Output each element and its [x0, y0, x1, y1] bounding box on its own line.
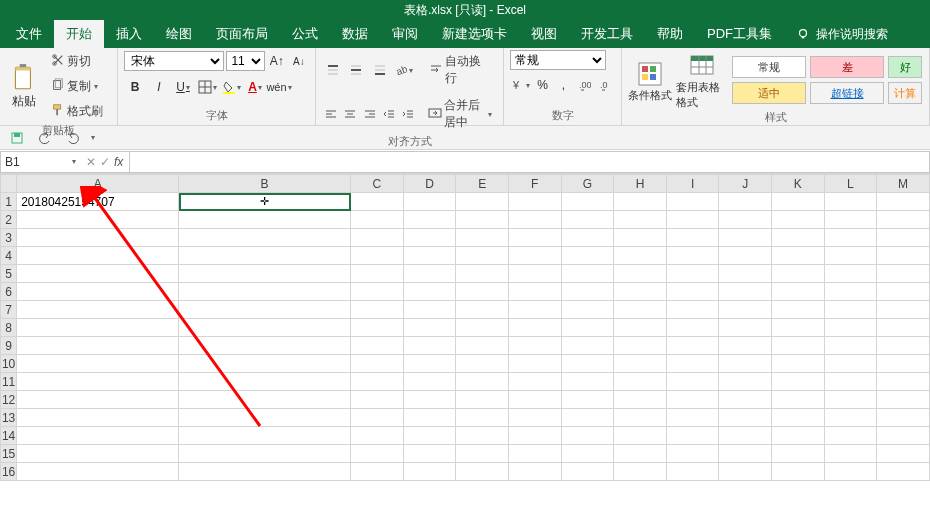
cell[interactable]: [719, 409, 772, 427]
cell[interactable]: [508, 445, 561, 463]
cell[interactable]: [508, 391, 561, 409]
cell[interactable]: [403, 445, 456, 463]
row-header[interactable]: 5: [1, 265, 17, 283]
cell[interactable]: [614, 391, 667, 409]
cell[interactable]: [772, 265, 825, 283]
cell[interactable]: [772, 337, 825, 355]
italic-button[interactable]: I: [148, 76, 170, 98]
cell[interactable]: [403, 247, 456, 265]
cell[interactable]: [824, 373, 877, 391]
cell[interactable]: [719, 427, 772, 445]
cell[interactable]: [561, 427, 614, 445]
style-good[interactable]: 好: [888, 56, 922, 78]
cell[interactable]: [561, 247, 614, 265]
tab-view[interactable]: 视图: [519, 20, 569, 48]
cell[interactable]: [561, 373, 614, 391]
cell[interactable]: [877, 445, 930, 463]
cell[interactable]: [877, 409, 930, 427]
cell[interactable]: [614, 229, 667, 247]
cell[interactable]: [877, 265, 930, 283]
cell[interactable]: ✛: [179, 193, 351, 211]
cell[interactable]: [179, 445, 351, 463]
cell[interactable]: [614, 427, 667, 445]
decrease-indent-icon[interactable]: [380, 103, 397, 125]
col-header[interactable]: L: [824, 175, 877, 193]
cell[interactable]: [508, 319, 561, 337]
cell[interactable]: [561, 337, 614, 355]
cell[interactable]: [17, 463, 179, 481]
cell[interactable]: [508, 301, 561, 319]
col-header[interactable]: I: [666, 175, 719, 193]
cell[interactable]: [179, 337, 351, 355]
cell[interactable]: [179, 301, 351, 319]
style-bad[interactable]: 差: [810, 56, 884, 78]
cell[interactable]: [179, 373, 351, 391]
font-color-button[interactable]: A▾: [244, 76, 266, 98]
cell[interactable]: [508, 211, 561, 229]
cell[interactable]: [508, 283, 561, 301]
row-header[interactable]: 13: [1, 409, 17, 427]
cell[interactable]: [456, 283, 509, 301]
cell[interactable]: [403, 391, 456, 409]
cell[interactable]: [772, 409, 825, 427]
wrap-text-button[interactable]: 自动换行: [424, 50, 497, 90]
enter-icon[interactable]: ✓: [100, 155, 110, 169]
cell[interactable]: [351, 337, 404, 355]
comma-icon[interactable]: ,: [554, 74, 573, 96]
paste-button[interactable]: 粘贴: [6, 63, 42, 110]
cell[interactable]: [666, 193, 719, 211]
cell[interactable]: [877, 373, 930, 391]
cell[interactable]: [824, 301, 877, 319]
qat-save-icon[interactable]: [6, 127, 28, 149]
percent-icon[interactable]: %: [533, 74, 552, 96]
cell[interactable]: [719, 319, 772, 337]
row-header[interactable]: 11: [1, 373, 17, 391]
style-calc[interactable]: 计算: [888, 82, 922, 104]
row-header[interactable]: 10: [1, 355, 17, 373]
cell[interactable]: [772, 427, 825, 445]
cell[interactable]: [719, 229, 772, 247]
font-size-select[interactable]: 11: [226, 51, 264, 71]
cell[interactable]: [403, 463, 456, 481]
col-header[interactable]: J: [719, 175, 772, 193]
cell[interactable]: [508, 265, 561, 283]
row-header[interactable]: 9: [1, 337, 17, 355]
cell[interactable]: [17, 337, 179, 355]
cell[interactable]: [179, 391, 351, 409]
cell[interactable]: [666, 247, 719, 265]
cell[interactable]: [17, 319, 179, 337]
cell[interactable]: [614, 265, 667, 283]
cell[interactable]: [877, 427, 930, 445]
cell[interactable]: [666, 373, 719, 391]
cell[interactable]: [456, 247, 509, 265]
cell[interactable]: [719, 283, 772, 301]
cell[interactable]: [403, 193, 456, 211]
cell[interactable]: [179, 229, 351, 247]
cell[interactable]: [877, 463, 930, 481]
cell[interactable]: [561, 211, 614, 229]
cell[interactable]: [824, 337, 877, 355]
cell[interactable]: [719, 301, 772, 319]
cell[interactable]: [561, 409, 614, 427]
cell[interactable]: [508, 193, 561, 211]
font-name-select[interactable]: 宋体: [124, 51, 224, 71]
cell[interactable]: [179, 319, 351, 337]
cell[interactable]: [614, 301, 667, 319]
cell[interactable]: [403, 319, 456, 337]
align-center-icon[interactable]: [341, 103, 358, 125]
row-header[interactable]: 14: [1, 427, 17, 445]
cell[interactable]: [614, 211, 667, 229]
cell[interactable]: [456, 409, 509, 427]
style-normal[interactable]: 常规: [732, 56, 806, 78]
worksheet-grid[interactable]: ABCDEFGHIJKLM 120180425154707✛2345678910…: [0, 174, 930, 514]
tab-insert[interactable]: 插入: [104, 20, 154, 48]
underline-button[interactable]: U▾: [172, 76, 194, 98]
cell[interactable]: [772, 283, 825, 301]
cell[interactable]: [351, 229, 404, 247]
cell[interactable]: [772, 247, 825, 265]
copy-button[interactable]: 复制▾: [46, 75, 108, 98]
cell[interactable]: [17, 355, 179, 373]
decrease-decimal-icon[interactable]: .0: [596, 74, 615, 96]
cell[interactable]: [877, 211, 930, 229]
cell[interactable]: [772, 463, 825, 481]
